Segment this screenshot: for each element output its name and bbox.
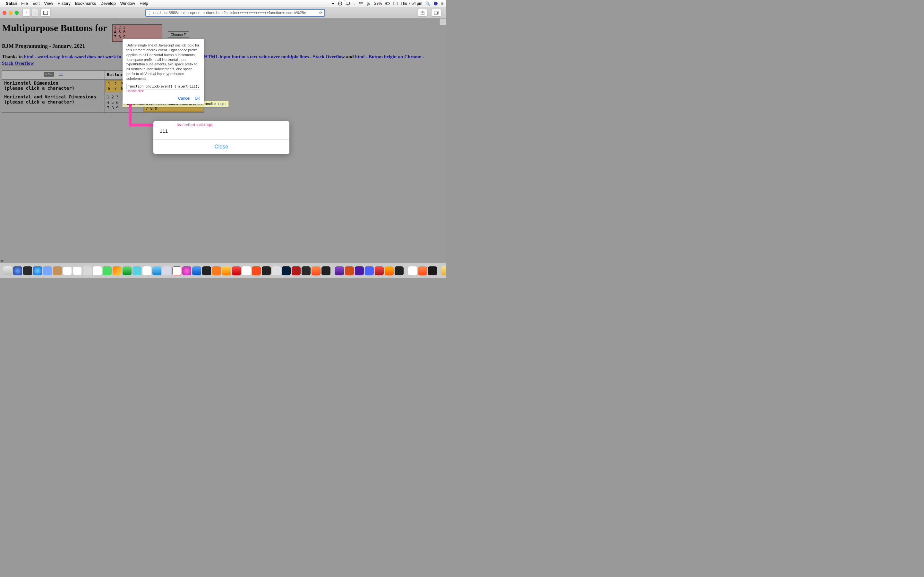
reload-icon[interactable]: ⟳ (319, 11, 322, 15)
forward-button[interactable]: › (31, 9, 39, 17)
svg-rect-12 (435, 12, 438, 15)
dock-app-icon[interactable] (272, 266, 281, 276)
svg-point-0 (338, 2, 342, 5)
result-alert-body: 111 (153, 121, 289, 139)
svg-rect-6 (393, 2, 397, 5)
user-defined-label: User defined onclick logic (177, 123, 213, 127)
dock-app-icon[interactable] (123, 266, 132, 276)
dock-app-icon[interactable] (3, 266, 12, 276)
double-click-label: Double click (126, 89, 200, 93)
dock (0, 263, 446, 278)
page-title: Multipurpose Buttons for (2, 23, 444, 33)
menu-edit[interactable]: Edit (32, 1, 39, 6)
bluetooth-icon[interactable]: ⌵ (353, 1, 355, 6)
new-tab-button[interactable]: + (439, 19, 446, 25)
dock-app-icon[interactable] (142, 266, 152, 276)
dock-app-icon[interactable] (202, 266, 211, 276)
clock[interactable]: Thu 7:54 pm (401, 1, 422, 6)
dock-app-icon[interactable] (152, 266, 162, 276)
dock-app-icon[interactable] (408, 266, 417, 276)
dock-app-icon[interactable] (132, 266, 142, 276)
status-icon-2[interactable] (338, 1, 342, 6)
dock-app-icon[interactable] (312, 266, 320, 276)
dock-app-icon[interactable] (321, 266, 330, 276)
dock-app-icon[interactable] (192, 266, 201, 276)
menu-bookmarks[interactable]: Bookmarks (75, 1, 96, 6)
address-bar[interactable]: ◌ localhost:8888/multipurpose_buttons.ht… (145, 9, 325, 17)
menu-view[interactable]: View (44, 1, 53, 6)
dock-app-icon[interactable] (252, 266, 261, 276)
control-center-icon[interactable]: ≡ (441, 1, 443, 6)
svg-rect-5 (389, 3, 389, 4)
back-button[interactable]: ‹ (23, 9, 29, 17)
zoom-window[interactable] (15, 11, 19, 15)
dock-app-icon[interactable] (335, 266, 344, 276)
dock-app-icon[interactable] (172, 266, 181, 276)
dock-app-icon[interactable] (13, 266, 22, 276)
choose-file-button[interactable]: Choose F (168, 31, 189, 38)
dock-app-icon[interactable] (384, 266, 394, 276)
dock-app-icon[interactable] (355, 266, 364, 276)
app-name[interactable]: Safari (6, 1, 17, 6)
dock-app-icon[interactable] (365, 266, 374, 276)
minimize-window[interactable] (9, 11, 13, 15)
prompt-cancel[interactable]: Cancel (178, 96, 190, 101)
dock-app-icon[interactable] (232, 266, 241, 276)
dock-app-icon[interactable] (242, 266, 251, 276)
dock-folder-icon[interactable] (441, 266, 446, 276)
dock-app-icon[interactable] (23, 266, 32, 276)
dock-app-icon[interactable] (162, 266, 171, 276)
dock-app-icon[interactable] (73, 266, 82, 276)
siri-icon[interactable] (433, 1, 438, 6)
svg-rect-4 (386, 3, 387, 4)
sidebar-button[interactable] (40, 9, 51, 17)
dock-app-icon[interactable] (418, 266, 427, 276)
prompt-ok[interactable]: OK (195, 96, 200, 101)
dock-app-icon[interactable] (292, 266, 300, 276)
dock-app-icon[interactable] (53, 266, 62, 276)
status-icon[interactable]: ✦ (331, 1, 334, 6)
row-horizontal-label: Horizontal Dimension (4, 81, 103, 85)
close-window[interactable] (3, 11, 6, 15)
dock-app-icon[interactable] (262, 266, 271, 276)
dock-app-icon[interactable] (103, 266, 111, 276)
link-wordwrap[interactable]: html - word-wrap break-word does not wor… (24, 54, 121, 59)
dock-app-icon[interactable] (345, 266, 354, 276)
result-alert-close[interactable]: Close (153, 139, 289, 154)
svg-point-7 (434, 2, 438, 5)
menu-develop[interactable]: Develop (100, 1, 116, 6)
airplay-icon[interactable] (346, 1, 350, 6)
dock-app-icon[interactable] (282, 266, 291, 276)
badge-icon (59, 73, 63, 76)
dock-app-icon[interactable] (43, 266, 52, 276)
wifi-icon[interactable] (359, 1, 363, 6)
dock-app-icon[interactable] (83, 266, 92, 276)
dock-app-icon[interactable] (63, 266, 72, 276)
prompt-input[interactable] (126, 84, 200, 89)
spotlight-icon[interactable]: 🔍 (425, 1, 430, 6)
dock-app-icon[interactable] (182, 266, 191, 276)
link-wrap-input[interactable]: rapping an HTML input button's text valu… (180, 54, 345, 59)
battery-icon[interactable] (385, 1, 390, 6)
dock-app-icon[interactable] (93, 266, 102, 276)
dock-app-icon[interactable] (212, 266, 221, 276)
volume-icon[interactable]: 🔈 (367, 1, 371, 6)
row-hv-sub: (please click a character) (4, 99, 74, 105)
dock-app-icon[interactable] (302, 266, 310, 276)
dock-app-icon[interactable] (395, 266, 404, 276)
menu-help[interactable]: Help (140, 1, 148, 6)
keyboard-icon[interactable] (393, 1, 397, 6)
menu-history[interactable]: History (57, 1, 70, 6)
dock-app-icon[interactable] (222, 266, 231, 276)
dock-safari-icon[interactable] (33, 266, 42, 276)
menu-file[interactable]: File (21, 1, 28, 6)
menu-window[interactable]: Window (120, 1, 135, 6)
tabs-button[interactable] (431, 9, 441, 17)
row-hv-label: Horizontal and Vertical Dimensions (4, 94, 103, 99)
dock-app-icon[interactable] (113, 266, 121, 276)
svg-point-2 (360, 4, 361, 5)
share-button[interactable] (418, 9, 427, 17)
battery-percent: 23% (375, 1, 382, 6)
dock-app-icon[interactable] (375, 266, 384, 276)
dock-app-icon[interactable] (428, 266, 437, 276)
